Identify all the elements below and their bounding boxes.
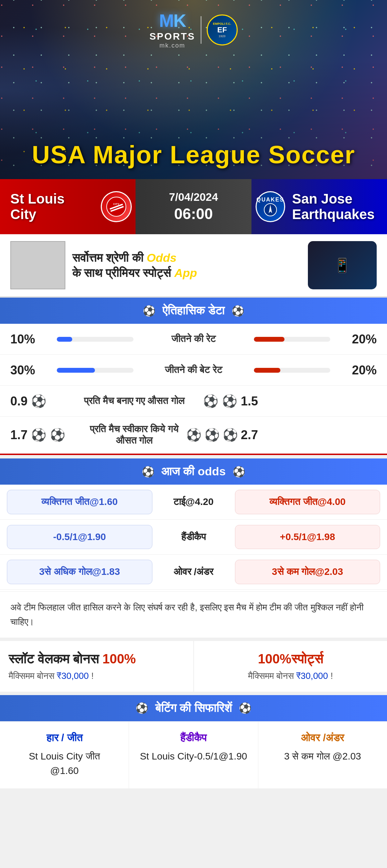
stat-right-win-rate: 20%: [335, 332, 377, 347]
bonus-left-subtitle: मैक्सिमम बोनस ₹30,000 !: [9, 671, 185, 681]
rec-header: ⚽ बेटिंग की सिफारिशें ⚽: [0, 695, 387, 721]
rec-title: बेटिंग की सिफारिशें: [155, 701, 232, 715]
bonus-left[interactable]: स्लॉट वेलकम बोनस 100% मैक्सिमम बोनस ₹30,…: [0, 641, 194, 692]
rec-value-handicap: St Louis City-0.5/1@1.90: [136, 749, 251, 764]
stat-bar-fill-left-bet: [57, 368, 95, 373]
stat-bar-left-win-rate: [57, 337, 133, 342]
soccer-ball-icon-right: ⚽: [232, 305, 244, 317]
quakes-label: QUAKES: [257, 197, 284, 203]
home-team-section: St Louis City CITY: [0, 191, 142, 222]
match-date: 7/04/2024: [142, 191, 245, 204]
analysis-text: अवे टीम फिलहाल जीत हासिल करने के लिए संघ…: [0, 591, 387, 638]
match-time: 06:00: [142, 205, 245, 223]
ball-icon-blue-1: ⚽: [31, 394, 46, 409]
bonus-left-amount: ₹30,000: [57, 671, 89, 681]
rec-row: हार / जीत St Louis City जीत @1.60 हैंडीक…: [0, 721, 387, 788]
away-team-section: QUAKES San Jose Earthquakes: [245, 191, 387, 222]
bonus-section[interactable]: स्लॉट वेलकम बोनस 100% मैक्सिमम बोनस ₹30,…: [0, 641, 387, 692]
stat-bar-right-bet-rate: [254, 368, 331, 373]
stat-row-avg-goals: 0.9 ⚽ प्रति मैच बनाए गए औसत गोल ⚽ ⚽ 1.5: [0, 386, 387, 417]
stat-bar-fill-left-win: [57, 337, 72, 342]
promo-phone-image: 📱: [308, 241, 377, 289]
stat-bar-right-win-rate: [254, 337, 331, 342]
stat-label-win-rate: जीतने की रेट: [139, 333, 249, 345]
odds-title: आज की odds: [161, 465, 226, 478]
odds-btn-under[interactable]: 3से कम गोल@2.03: [235, 560, 380, 584]
stat-left-avg-conceded: 1.7: [10, 428, 28, 442]
stat-label-bet-rate: जीतने की बेट रेट: [139, 364, 249, 376]
odds-btn-handicap-home[interactable]: -0.5/1@1.90: [7, 525, 152, 549]
rec-title-ou: ओवर /अंडर: [265, 732, 380, 744]
promo-banner[interactable]: सर्वोत्तम श्रेणी की Odds के साथ प्रीमियर…: [0, 234, 387, 298]
stat-right-avg-goals: 1.5: [241, 394, 258, 409]
home-team-logo: CITY: [101, 191, 132, 222]
bonus-left-pct: 100%: [103, 652, 136, 666]
stat-row-win-rate: 10% जीतने की रेट 20%: [0, 324, 387, 355]
bonus-left-title: स्लॉट वेलकम बोनस 100%: [9, 651, 185, 667]
odds-label-handicap: हैंडीकैप: [156, 531, 232, 543]
hero-title: USA Major League Soccer: [0, 141, 387, 169]
home-team-name: St Louis City: [10, 191, 94, 222]
ball-icon-orange-1: ⚽: [203, 394, 218, 409]
stat-row-bet-rate: 30% जीतने की बेट रेट 20%: [0, 355, 387, 386]
mk-domain: mk.com: [149, 42, 195, 49]
stat-label-avg-goals: प्रति मैच बनाए गए औसत गोल: [79, 395, 189, 407]
hero-banner: MK SPORTS mk.com EMPOLI F.C. EF 1920 USA…: [0, 0, 387, 179]
rec-col-win-loss: हार / जीत St Louis City जीत @1.60: [0, 722, 129, 788]
stat-row-avg-conceded: 1.7 ⚽ ⚽ प्रति मैच स्वीकार किये गये औसत ग…: [0, 417, 387, 454]
rec-ball-left: ⚽: [136, 702, 148, 714]
rec-ball-right: ⚽: [239, 702, 251, 714]
ball-icon-blue-2: ⚽: [31, 428, 46, 442]
odds-header: ⚽ आज की odds ⚽: [0, 458, 387, 485]
empoli-logo: EMPOLI F.C. EF 1920: [207, 14, 238, 45]
stat-bar-fill-right-bet: [254, 368, 281, 373]
odds-row-1: व्यक्तिगत जीत@1.60 टाई@4.20 व्यक्तिगत जी…: [0, 485, 387, 520]
odds-btn-away-win[interactable]: व्यक्तिगत जीत@4.00: [235, 490, 380, 514]
odds-section: ⚽ आज की odds ⚽ व्यक्तिगत जीत@1.60 टाई@4.…: [0, 458, 387, 638]
odds-btn-handicap-away[interactable]: +0.5/1@1.98: [235, 525, 380, 549]
rec-value-ou: 3 से कम गोल @2.03: [265, 749, 380, 764]
promo-text: सर्वोत्तम श्रेणी की Odds के साथ प्रीमियर…: [72, 250, 301, 280]
odds-ball-right: ⚽: [233, 466, 245, 478]
historical-title: ऐतिहासिक डेटा: [162, 304, 224, 318]
away-team-name: San Jose Earthquakes: [292, 191, 377, 222]
odds-row-3: 3से अधिक गोल@1.83 ओवर /अंडर 3से कम गोल@2…: [0, 555, 387, 590]
odds-ball-left: ⚽: [142, 466, 154, 478]
bonus-right-amount: ₹30,000: [296, 671, 328, 681]
stat-right-avg-conceded: 2.7: [241, 428, 258, 442]
soccer-ball-icon-left: ⚽: [143, 305, 155, 317]
bonus-right-title: 100%स्पोर्ट्स: [203, 651, 379, 667]
match-datetime: 7/04/2024 06:00: [142, 191, 245, 223]
away-team-logo: QUAKES: [256, 191, 285, 222]
rec-col-ou: ओवर /अंडर 3 से कम गोल @2.03: [258, 722, 387, 788]
ball-icon-orange-3: ⚽: [186, 428, 202, 442]
recommendations-section: ⚽ बेटिंग की सिफारिशें ⚽ हार / जीत St Lou…: [0, 695, 387, 788]
mk-sports-logo: MK SPORTS mk.com EMPOLI F.C. EF 1920: [149, 10, 237, 49]
historical-section: ⚽ ऐतिहासिक डेटा ⚽ 10% जीतने की रेट 20% 3…: [0, 298, 387, 455]
odds-btn-over[interactable]: 3से अधिक गोल@1.83: [7, 560, 152, 584]
odds-btn-home-win[interactable]: व्यक्तिगत जीत@1.60: [7, 490, 152, 514]
match-bar: St Louis City CITY 7/04/2024 06:00 QUAKE…: [0, 179, 387, 234]
mk-logo-text-block: MK SPORTS mk.com: [149, 10, 195, 49]
stat-left-avg-goals: 0.9: [10, 394, 28, 409]
stat-label-avg-conceded: प्रति मैच स्वीकार किये गये औसत गोल: [79, 424, 189, 446]
bonus-right[interactable]: 100%स्पोर्ट्स मैक्सिमम बोनस ₹30,000 !: [194, 641, 387, 692]
mk-brand-name: MK: [149, 10, 195, 31]
promo-image: [10, 241, 65, 289]
logo-divider: [201, 16, 202, 44]
bonus-right-subtitle: मैक्सिमम बोनस ₹30,000 !: [203, 671, 379, 681]
rec-title-handicap: हैंडीकैप: [136, 732, 251, 744]
ball-icon-orange-4: ⚽: [204, 428, 220, 442]
historical-header: ⚽ ऐतिहासिक डेटा ⚽: [0, 298, 387, 324]
rec-title-win-loss: हार / जीत: [7, 732, 122, 744]
odds-label-ou: ओवर /अंडर: [156, 566, 232, 578]
rec-col-handicap: हैंडीकैप St Louis City-0.5/1@1.90: [129, 722, 258, 788]
stat-left-win-rate: 10%: [10, 332, 52, 347]
stat-bar-fill-right-win: [254, 337, 284, 342]
odds-label-tie: टाई@4.20: [156, 496, 232, 508]
stat-bar-left-bet-rate: [57, 368, 133, 373]
promo-app: App: [174, 266, 197, 279]
ball-icon-blue-3: ⚽: [50, 428, 65, 442]
ball-icon-orange-5: ⚽: [223, 428, 238, 442]
odds-row-2: -0.5/1@1.90 हैंडीकैप +0.5/1@1.98: [0, 520, 387, 555]
